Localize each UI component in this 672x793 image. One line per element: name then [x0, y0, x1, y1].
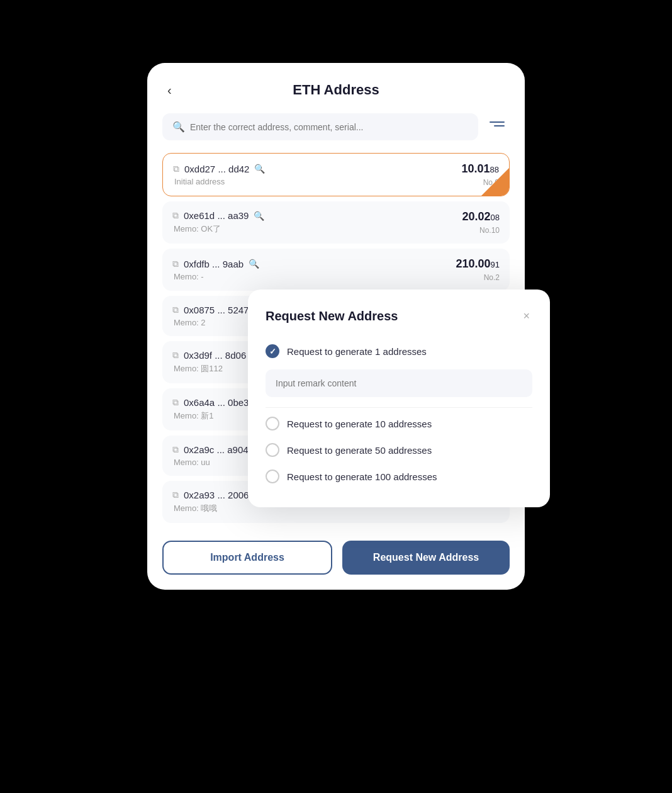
address-search-icon[interactable]: 🔍: [254, 211, 264, 221]
active-badge: [481, 168, 509, 196]
remark-input[interactable]: [266, 369, 532, 397]
radio-label: Request to generate 100 addresses: [287, 471, 437, 482]
address-amount: 210.0091: [456, 257, 500, 271]
address-right: 210.0091 No.2: [456, 257, 500, 282]
address-search-icon[interactable]: 🔍: [254, 164, 265, 174]
address-hash: 0xdd27 ... dd42: [184, 164, 249, 174]
address-hash: 0x2a93 ... 2006: [184, 490, 249, 500]
modal-overlay: Request New Address × ✓ Request to gener…: [248, 290, 550, 507]
modal-close-button[interactable]: ×: [520, 307, 532, 325]
radio-option[interactable]: Request to generate 10 addresses: [266, 410, 532, 437]
address-left: ⧉ 0xdd27 ... dd42 🔍 Initial address: [173, 164, 265, 186]
radio-label: Request to generate 50 addresses: [287, 445, 432, 456]
address-item[interactable]: ⧉ 0xe61d ... aa39 🔍 Memo: OK了 20.0208 No…: [162, 201, 510, 244]
address-top: ⧉ 0xe61d ... aa39 🔍: [172, 210, 264, 221]
modal-title: Request New Address: [266, 309, 398, 323]
radio-check: ✓: [269, 347, 276, 356]
copy-icon[interactable]: ⧉: [172, 490, 179, 500]
address-hash: 0x3d9f ... 8d06: [184, 350, 246, 361]
search-wrapper: 🔍: [162, 113, 478, 140]
address-amount: 20.0208: [462, 210, 500, 223]
divider: [266, 407, 532, 408]
copy-icon[interactable]: ⧉: [172, 259, 179, 269]
address-top: ⧉ 0xfdfb ... 9aab 🔍: [172, 259, 259, 269]
address-no: No.2: [484, 273, 500, 282]
radio-circle: [266, 470, 279, 483]
modal-options: ✓ Request to generate 1 addresses Reques…: [266, 338, 532, 490]
copy-icon[interactable]: ⧉: [173, 164, 179, 174]
request-modal: Request New Address × ✓ Request to gener…: [248, 290, 550, 507]
header: ‹ ETH Address: [162, 82, 510, 98]
address-item[interactable]: ⧉ 0xdd27 ... dd42 🔍 Initial address 10.0…: [162, 153, 510, 196]
radio-circle: [266, 443, 279, 457]
copy-icon[interactable]: ⧉: [172, 397, 179, 408]
radio-option[interactable]: Request to generate 50 addresses: [266, 437, 532, 463]
address-hash: 0xfdfb ... 9aab: [184, 259, 244, 269]
address-hash: 0xe61d ... aa39: [184, 210, 249, 221]
address-no: No.10: [479, 226, 500, 235]
address-item[interactable]: ⧉ 0xfdfb ... 9aab 🔍 Memo: - 210.0091 No.…: [162, 249, 510, 291]
address-memo: Memo: OK了: [174, 223, 264, 235]
address-right: 20.0208 No.10: [462, 210, 500, 235]
back-button[interactable]: ‹: [162, 81, 177, 100]
radio-option[interactable]: Request to generate 100 addresses: [266, 463, 532, 490]
address-hash: 0x6a4a ... 0be3: [184, 397, 249, 408]
page-title: ETH Address: [293, 82, 379, 98]
request-address-button[interactable]: Request New Address: [342, 541, 510, 575]
copy-icon[interactable]: ⧉: [172, 305, 179, 315]
radio-circle: [266, 417, 279, 430]
address-hash: 0x2a9c ... a904: [184, 444, 249, 455]
radio-label: Request to generate 1 addresses: [287, 346, 427, 357]
bottom-buttons: Import Address Request New Address: [162, 541, 510, 575]
search-icon: 🔍: [172, 121, 185, 133]
address-memo: Initial address: [174, 177, 265, 186]
filter-button[interactable]: [484, 116, 510, 138]
radio-label: Request to generate 10 addresses: [287, 419, 432, 429]
address-top: ⧉ 0xdd27 ... dd42 🔍: [173, 164, 265, 174]
filter-icon: [490, 121, 505, 133]
search-input[interactable]: [190, 122, 468, 132]
copy-icon[interactable]: ⧉: [172, 210, 179, 221]
address-hash: 0x0875 ... 5247: [184, 305, 249, 315]
address-left: ⧉ 0xfdfb ... 9aab 🔍 Memo: -: [172, 259, 259, 281]
address-memo: Memo: -: [174, 272, 259, 281]
copy-icon[interactable]: ⧉: [172, 350, 179, 361]
radio-circle: ✓: [266, 344, 279, 358]
address-left: ⧉ 0xe61d ... aa39 🔍 Memo: OK了: [172, 210, 264, 235]
address-search-icon[interactable]: 🔍: [249, 259, 259, 269]
search-bar: 🔍: [162, 113, 510, 140]
import-address-button[interactable]: Import Address: [162, 541, 332, 575]
copy-icon[interactable]: ⧉: [172, 444, 179, 455]
radio-option[interactable]: ✓ Request to generate 1 addresses: [266, 338, 532, 364]
modal-header: Request New Address ×: [266, 307, 532, 325]
